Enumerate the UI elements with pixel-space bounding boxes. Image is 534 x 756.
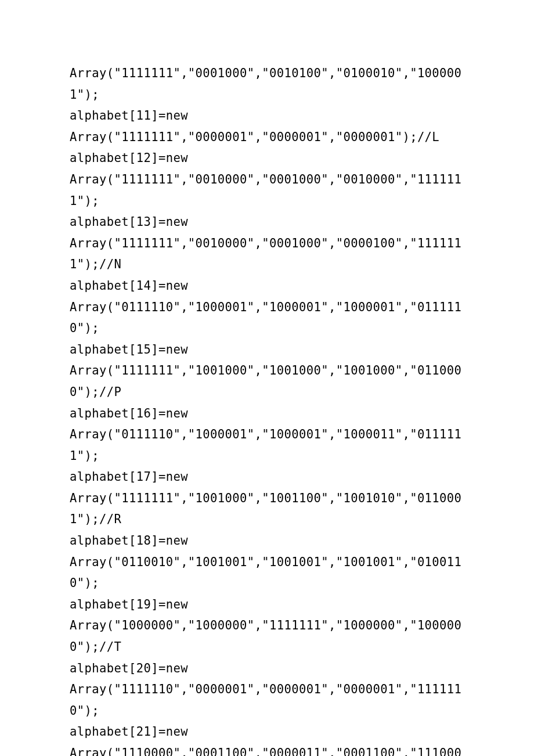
- document-page: Array("1111111","0001000","0010100","010…: [0, 0, 534, 756]
- code-listing: Array("1111111","0001000","0010100","010…: [70, 63, 467, 756]
